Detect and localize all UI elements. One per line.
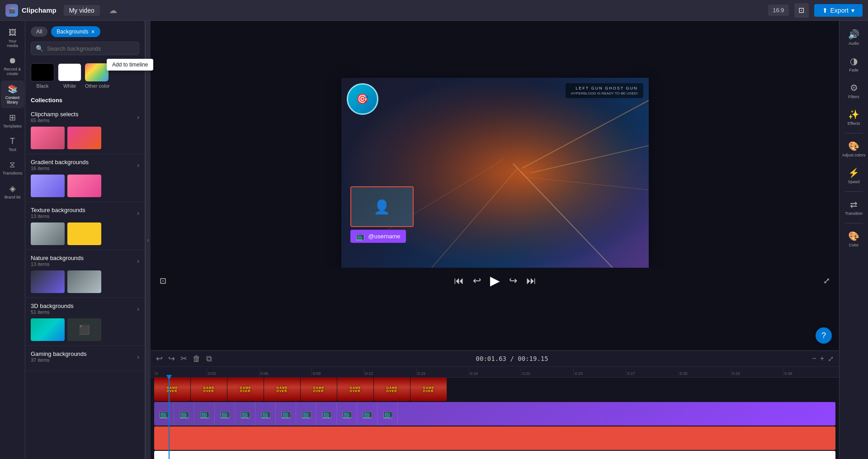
collection-thumb[interactable] xyxy=(31,318,65,341)
collection-header[interactable]: Gradient backgrounds 16 items › xyxy=(31,159,139,171)
duplicate-button[interactable]: ⧉ xyxy=(206,354,212,364)
collection-title: Gaming backgrounds xyxy=(31,350,87,357)
gameover-clip[interactable]: GAMEOVER xyxy=(227,378,264,401)
zoom-in-button[interactable]: + xyxy=(820,355,824,363)
collection-header[interactable]: Clipchamp selects 65 items › xyxy=(31,111,139,123)
fit-timeline-button[interactable]: ⤢ xyxy=(828,355,834,363)
collection-thumb[interactable] xyxy=(31,270,65,293)
collection-thumb[interactable] xyxy=(67,127,101,149)
undo-button[interactable]: ↩ xyxy=(156,354,163,364)
add-to-timeline-button[interactable]: Add to timeline xyxy=(107,59,153,71)
fullscreen-button[interactable]: ⤢ xyxy=(823,276,830,286)
zoom-out-button[interactable]: − xyxy=(812,355,816,363)
collection-thumb[interactable]: ⬛ xyxy=(67,318,101,341)
audio-clip[interactable] xyxy=(154,451,835,459)
remove-filter-icon[interactable]: × xyxy=(91,28,94,35)
twitch-clip[interactable]: 📺 xyxy=(175,402,194,426)
filter-all[interactable]: All xyxy=(31,27,47,37)
gameover-clip[interactable]: GAMEOVER xyxy=(374,378,410,401)
crop-button[interactable]: ⊡ xyxy=(160,276,166,286)
skip-back-button[interactable]: ⏮ xyxy=(454,275,464,287)
sidebar-item-content-library[interactable]: 📚 Content library xyxy=(1,80,24,108)
twitch-clip[interactable]: 📺 xyxy=(256,402,276,426)
project-tab[interactable]: My video xyxy=(64,5,100,16)
right-adjust-colors[interactable]: 🎨 Adjust colors xyxy=(840,136,868,162)
sidebar-item-your-media[interactable]: 🖼 Your media xyxy=(1,24,24,52)
right-fade[interactable]: ◑ Fade xyxy=(840,51,868,77)
twitch-clip[interactable]: 📺 xyxy=(236,402,255,426)
gameover-clip[interactable]: GAMEOVER xyxy=(154,378,190,401)
search-input[interactable] xyxy=(47,45,134,52)
right-audio[interactable]: 🔊 Audio xyxy=(840,24,868,50)
ruler-mark: 0:03 xyxy=(207,369,259,376)
twitch-clip[interactable]: 📺 xyxy=(195,402,215,426)
effects-icon: ✨ xyxy=(848,109,859,120)
right-color[interactable]: 🎨 Color xyxy=(840,226,868,252)
twitch-clip[interactable]: 📺 xyxy=(154,402,174,426)
delete-button[interactable]: 🗑 xyxy=(193,354,201,364)
collection-thumb[interactable] xyxy=(67,270,101,293)
collection-thumb[interactable] xyxy=(67,222,101,245)
collection-thumb[interactable] xyxy=(31,175,65,197)
twitch-clip[interactable]: 📺 xyxy=(337,402,357,426)
skip-forward-button[interactable]: ⏭ xyxy=(526,275,536,287)
timeline-scroll[interactable]: 0 0:03 0:06 0:09 0:12 0:15 0:18 0:21 0:2… xyxy=(151,367,839,459)
right-speed[interactable]: ⚡ Speed xyxy=(840,163,868,189)
captions-icon: ⊡ xyxy=(798,6,804,14)
twitch-clips[interactable]: 📺 📺 📺 📺 📺 📺 📺 📺 📺 📺 📺 xyxy=(154,402,835,426)
right-filters[interactable]: ⚙ Filters xyxy=(840,78,868,104)
twitch-clip[interactable]: 📺 xyxy=(358,402,377,426)
collection-header[interactable]: Texture backgrounds 13 items › xyxy=(31,207,139,219)
collection-header[interactable]: 3D backgrounds 51 items › xyxy=(31,303,139,315)
export-button[interactable]: ⬆ Export ▾ xyxy=(814,4,863,17)
gameover-clip[interactable]: GAMEOVER xyxy=(301,378,337,401)
help-button[interactable]: ? xyxy=(816,327,832,344)
playhead[interactable] xyxy=(169,378,170,459)
black-swatch[interactable] xyxy=(31,63,54,81)
right-transition[interactable]: ⇄ Transition xyxy=(840,194,868,220)
chevron-right-icon: › xyxy=(137,305,139,312)
collection-header[interactable]: Gaming backgrounds 37 items › xyxy=(31,350,139,363)
twitch-track: 📺 📺 📺 📺 📺 📺 📺 📺 📺 📺 📺 xyxy=(151,402,839,426)
gameover-clip[interactable]: GAMEOVER xyxy=(337,378,373,401)
twitch-clip[interactable]: 📺 xyxy=(276,402,296,426)
twitch-clip[interactable]: 📺 xyxy=(317,402,337,426)
gameover-clip[interactable]: GAMEOVER xyxy=(191,378,227,401)
cut-button[interactable]: ✂ xyxy=(180,354,187,364)
collection-thumb[interactable] xyxy=(31,127,65,149)
forward-button[interactable]: ↪ xyxy=(509,275,517,287)
play-button[interactable]: ▶ xyxy=(490,273,500,288)
other-color-swatch[interactable] xyxy=(85,63,108,81)
sidebar-item-transitions[interactable]: ⧖ Transitions xyxy=(1,156,24,179)
aspect-ratio[interactable]: 16:9 xyxy=(768,5,788,16)
collection-thumbs xyxy=(31,222,139,245)
gameover-clip[interactable]: GAMEOVER xyxy=(410,378,447,401)
twitch-clip[interactable]: 📺 xyxy=(378,402,398,426)
twitch-clip[interactable]: 📺 xyxy=(297,402,316,426)
hud-icon: 🎯 xyxy=(356,93,368,105)
sidebar-item-text[interactable]: T Text xyxy=(1,133,24,156)
white-swatch[interactable] xyxy=(58,63,81,81)
right-effects[interactable]: ✨ Effects xyxy=(840,104,868,130)
filter-backgrounds[interactable]: Backgrounds × xyxy=(51,26,100,37)
captions-button[interactable]: ⊡ xyxy=(794,3,809,18)
other-label: Other color xyxy=(85,83,109,89)
gameover-clip[interactable]: GAMEOVER xyxy=(264,378,300,401)
gameover-clips[interactable]: GAMEOVER GAMEOVER GAMEOVER GAMEOVER xyxy=(154,378,835,401)
logo-icon: 🎬 xyxy=(5,4,18,17)
collection-thumbs xyxy=(31,175,139,197)
twitch-clip[interactable]: 📺 xyxy=(215,402,235,426)
twitch-handle: @username xyxy=(368,233,401,240)
collection-header[interactable]: Nature backgrounds 13 items › xyxy=(31,255,139,267)
red-background-clip[interactable] xyxy=(154,426,835,450)
collection-thumb[interactable] xyxy=(67,175,101,197)
sidebar-item-brand-kit[interactable]: ◈ Brand kit xyxy=(1,180,24,203)
sidebar-item-templates[interactable]: ⊞ Templates xyxy=(1,109,24,132)
panel-collapse-handle[interactable]: ‹ xyxy=(145,21,151,459)
rewind-button[interactable]: ↩ xyxy=(473,275,481,287)
app-logo[interactable]: 🎬 Clipchamp xyxy=(5,4,57,17)
filters-icon: ⚙ xyxy=(850,82,858,93)
collection-thumb[interactable] xyxy=(31,222,65,245)
redo-button[interactable]: ↪ xyxy=(168,354,175,364)
sidebar-item-record-create[interactable]: ⏺ Record & create xyxy=(1,52,24,80)
